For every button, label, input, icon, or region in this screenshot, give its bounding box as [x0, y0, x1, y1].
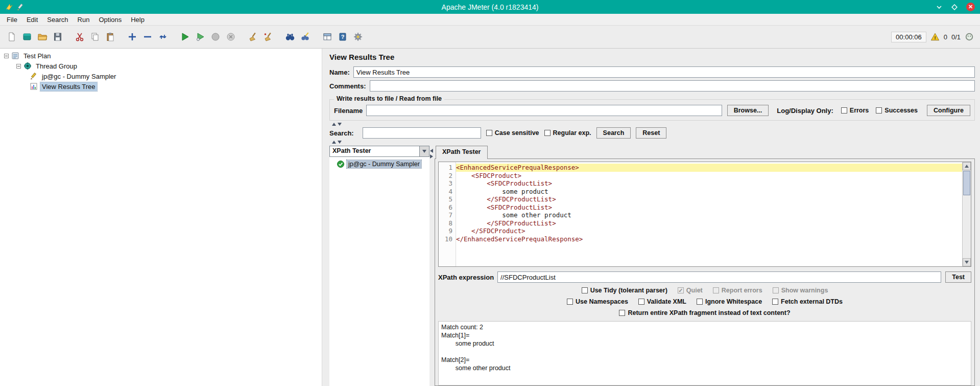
- collapse-all-button[interactable]: [140, 29, 155, 44]
- use-namespaces-checkbox[interactable]: Use Namespaces: [567, 298, 628, 305]
- comments-input[interactable]: [370, 80, 975, 92]
- fetch-external-dtds-checkbox[interactable]: Fetch external DTDs: [772, 298, 843, 305]
- menu-edit[interactable]: Edit: [22, 15, 42, 25]
- show-warnings-checkbox: Show warnings: [773, 287, 828, 294]
- configure-button[interactable]: Configure: [927, 105, 970, 116]
- code-line: <SFDCProduct>: [456, 172, 962, 180]
- test-plan-icon: [11, 52, 19, 60]
- error-count: 0: [944, 33, 947, 41]
- cut-button[interactable]: [72, 29, 87, 44]
- case-sensitive-checkbox[interactable]: Case sensitive: [486, 129, 539, 137]
- jmeter-logo-icon: [5, 3, 13, 11]
- regular-exp-checkbox[interactable]: Regular exp.: [544, 129, 591, 137]
- tree-item-view-results-tree[interactable]: View Results Tree: [0, 81, 322, 92]
- filename-input[interactable]: [366, 105, 722, 116]
- toggle-button[interactable]: [155, 29, 171, 44]
- ignore-whitespace-checkbox[interactable]: Ignore Whitespace: [697, 298, 762, 305]
- code-line: </SFDCProduct>: [456, 227, 962, 235]
- splitter-collapse-up-icon[interactable]: [332, 123, 336, 126]
- scroll-down-button[interactable]: [963, 258, 971, 266]
- splitter-collapse-left-icon[interactable]: [430, 149, 433, 153]
- successes-checkbox[interactable]: Successes: [876, 107, 918, 114]
- expand-handle-icon[interactable]: [4, 54, 9, 58]
- menu-options[interactable]: Options: [94, 15, 126, 25]
- svg-text:!: !: [934, 35, 936, 40]
- search-reset-button[interactable]: [298, 29, 313, 44]
- menu-run[interactable]: Run: [73, 15, 94, 25]
- paste-clipboard-icon: [105, 32, 115, 42]
- templates-button[interactable]: [19, 29, 35, 44]
- tab-xpath-tester[interactable]: XPath Tester: [436, 146, 488, 159]
- stop-button[interactable]: [208, 29, 223, 44]
- response-code-editor[interactable]: 1 2 3 4 5 6 7 8 9 10: [438, 162, 971, 267]
- result-item-dummy-sampler[interactable]: jp@gc - Dummy Sampler: [337, 160, 427, 168]
- splitter-collapse-up-icon[interactable]: [332, 141, 336, 144]
- help-button[interactable]: ?: [335, 29, 350, 44]
- plugins-manager-button[interactable]: [350, 29, 366, 44]
- menu-file[interactable]: File: [2, 15, 22, 25]
- start-button[interactable]: [177, 29, 193, 44]
- checkbox-box: [841, 107, 847, 113]
- save-button[interactable]: [50, 29, 65, 44]
- titlebar-pencil-icon: [16, 3, 25, 11]
- paste-button[interactable]: [103, 29, 118, 44]
- expand-all-button[interactable]: [125, 29, 140, 44]
- shutdown-button[interactable]: [223, 29, 238, 44]
- minimize-icon[interactable]: [936, 4, 943, 11]
- open-button[interactable]: [35, 29, 50, 44]
- search-label: Search:: [329, 129, 354, 137]
- xpath-expression-input[interactable]: [497, 271, 941, 283]
- errors-checkbox[interactable]: Errors: [841, 107, 869, 114]
- status-indicator-icon: [965, 32, 974, 41]
- checkbox-box: [713, 287, 719, 293]
- copy-button[interactable]: [87, 29, 103, 44]
- name-input[interactable]: [353, 66, 975, 78]
- vertical-splitter[interactable]: [429, 146, 435, 386]
- chevron-down-icon[interactable]: [419, 146, 429, 156]
- scrollbar-thumb[interactable]: [963, 171, 970, 195]
- test-button[interactable]: Test: [945, 271, 971, 283]
- tree-item-thread-group[interactable]: Thread Group: [0, 61, 322, 71]
- maximize-icon[interactable]: [951, 4, 958, 11]
- toolbar-search-button[interactable]: [282, 29, 298, 44]
- toolbar-status-cluster: 00:00:06 ! 0 0/1: [891, 32, 976, 42]
- function-helper-button[interactable]: [320, 29, 335, 44]
- vertical-scrollbar[interactable]: [962, 162, 971, 266]
- checkbox-box: [582, 287, 588, 293]
- splitter-collapse-down-icon[interactable]: [338, 123, 342, 126]
- clear-button[interactable]: [245, 29, 260, 44]
- menu-help[interactable]: Help: [126, 15, 149, 25]
- tree-item-dummy-sampler[interactable]: jp@gc - Dummy Sampler: [0, 71, 322, 81]
- checkbox-box: [678, 287, 684, 293]
- match-line: Match[2]=: [441, 356, 968, 364]
- horizontal-splitter[interactable]: [329, 140, 975, 145]
- scroll-up-button[interactable]: [963, 162, 971, 170]
- reset-button[interactable]: Reset: [636, 127, 666, 139]
- browse-button[interactable]: Browse...: [727, 105, 769, 116]
- close-icon[interactable]: ✕: [966, 3, 975, 11]
- xpath-options-row-2: Use Namespaces Validate XML Ignore White…: [438, 298, 971, 305]
- search-button[interactable]: Search: [596, 127, 631, 139]
- clear-all-button[interactable]: [260, 29, 276, 44]
- xpath-expression-label: XPath expression: [438, 274, 494, 281]
- horizontal-splitter[interactable]: [329, 122, 975, 127]
- splitter-collapse-right-icon[interactable]: [430, 154, 433, 158]
- renderer-select[interactable]: XPath Tester: [329, 146, 429, 157]
- warning-triangle-icon[interactable]: !: [930, 32, 940, 41]
- validate-xml-checkbox[interactable]: Validate XML: [638, 298, 686, 305]
- splitter-collapse-down-icon[interactable]: [338, 141, 342, 144]
- start-no-timers-button[interactable]: [193, 29, 208, 44]
- checkbox-box: [697, 299, 703, 305]
- use-tidy-checkbox[interactable]: Use Tidy (tolerant parser): [582, 287, 667, 294]
- expand-handle-icon[interactable]: [16, 64, 21, 69]
- stop-icon: [210, 32, 221, 42]
- code-line: some other product: [456, 211, 962, 219]
- toggle-arrows-icon: [158, 32, 168, 42]
- menu-search[interactable]: Search: [42, 15, 73, 25]
- renderer-pane: XPath Tester jp@gc - Dummy Sampler: [329, 146, 429, 386]
- tree-item-test-plan[interactable]: Test Plan: [0, 51, 322, 61]
- new-button[interactable]: [4, 29, 19, 44]
- return-fragment-checkbox[interactable]: Return entire XPath fragment instead of …: [619, 309, 790, 316]
- page-title: View Results Tree: [329, 53, 975, 61]
- search-input[interactable]: [363, 127, 481, 139]
